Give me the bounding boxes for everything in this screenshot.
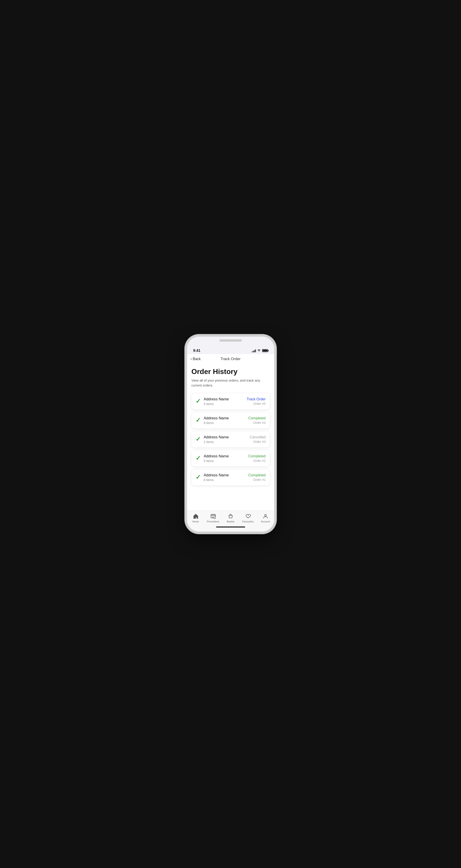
app-content: ‹ Back Track Order Order History View al… <box>187 354 274 510</box>
order-list: ✓ Address Name 5 items Track Order Order… <box>192 394 270 485</box>
main-content: Order History View all of your previous … <box>187 364 274 493</box>
favourites-icon <box>245 513 251 519</box>
order-address: Address Name <box>204 416 245 421</box>
order-status-block: Completed Order #2 <box>248 454 265 463</box>
checkmark-icon: ✓ <box>196 474 201 480</box>
tab-home[interactable]: Home <box>187 513 204 523</box>
status-bar: 9:41 <box>187 348 274 354</box>
svg-text:%: % <box>214 517 216 518</box>
page-title: Order History <box>192 368 270 376</box>
order-status-block: Cancelled Order #3 <box>250 435 265 443</box>
battery-icon <box>262 349 268 352</box>
order-card[interactable]: ✓ Address Name 5 items Completed Order #… <box>192 451 270 466</box>
order-status-block: Completed Order #1 <box>248 473 265 482</box>
battery-fill <box>263 350 267 351</box>
order-items-count: 5 items <box>204 459 245 463</box>
home-bar <box>187 525 274 532</box>
checkmark-icon: ✓ <box>196 398 201 404</box>
wifi-icon <box>257 349 261 353</box>
order-address: Address Name <box>204 454 245 459</box>
order-address: Address Name <box>204 473 245 477</box>
order-status-label: Cancelled <box>250 435 265 439</box>
order-info: Address Name 5 items <box>204 397 243 406</box>
nav-header: ‹ Back Track Order <box>187 354 274 364</box>
signal-icon <box>252 349 256 352</box>
order-info: Address Name 5 items <box>204 454 245 463</box>
order-number: Order #1 <box>248 478 265 482</box>
basket-icon <box>228 513 234 519</box>
tab-favourites[interactable]: Favourites <box>239 513 257 523</box>
order-items-count: 2 items <box>204 440 247 444</box>
tab-favourites-label: Favourites <box>242 520 254 523</box>
tab-account-label: Account <box>261 520 270 523</box>
order-items-count: 5 items <box>204 402 243 406</box>
order-status-block: Track Order Order #5 <box>247 397 266 405</box>
order-info: Address Name 8 items <box>204 416 245 425</box>
tab-promotions-label: Promotions <box>207 520 220 523</box>
nav-title: Track Order <box>220 357 240 361</box>
back-button[interactable]: ‹ Back <box>191 356 201 361</box>
order-number: Order #3 <box>250 440 265 443</box>
order-info: Address Name 2 items <box>204 435 247 444</box>
home-icon <box>193 513 199 519</box>
phone-notch <box>187 337 274 348</box>
tab-promotions[interactable]: % % Promotions <box>204 513 222 523</box>
back-chevron-icon: ‹ <box>191 356 192 361</box>
order-card[interactable]: ✓ Address Name 5 items Track Order Order… <box>192 394 270 409</box>
tab-bar: Home % % Promotions <box>187 510 274 525</box>
status-icons <box>252 349 268 353</box>
checkmark-icon: ✓ <box>196 436 201 442</box>
tab-account[interactable]: Account <box>257 513 274 523</box>
account-icon <box>262 513 269 519</box>
order-status-label: Completed <box>248 416 265 420</box>
tab-basket-label: Basket <box>227 520 234 523</box>
back-label: Back <box>193 357 201 361</box>
home-bar-pill <box>216 526 245 528</box>
tab-basket[interactable]: Basket <box>222 513 239 523</box>
svg-point-5 <box>265 514 266 516</box>
order-card[interactable]: ✓ Address Name 8 items Completed Order #… <box>192 412 270 428</box>
order-items-count: 8 items <box>204 478 245 482</box>
order-info: Address Name 8 items <box>204 473 245 482</box>
notch-pill <box>220 339 242 342</box>
order-card[interactable]: ✓ Address Name 8 items Completed Order #… <box>192 469 270 485</box>
order-status-block: Completed Order #4 <box>248 416 265 425</box>
order-status-label: Completed <box>248 473 265 477</box>
order-number: Order #4 <box>248 421 265 425</box>
order-address: Address Name <box>204 435 247 439</box>
order-items-count: 8 items <box>204 421 245 425</box>
checkmark-icon: ✓ <box>196 417 201 423</box>
phone-shell: 9:41 ‹ Back <box>187 337 274 532</box>
promotions-icon: % % <box>210 513 216 519</box>
order-address: Address Name <box>204 397 243 401</box>
order-status-label: Completed <box>248 454 265 458</box>
order-status-label: Track Order <box>247 397 266 401</box>
tab-home-label: Home <box>192 520 199 523</box>
svg-text:%: % <box>212 516 213 518</box>
status-time: 9:41 <box>193 349 200 353</box>
order-card[interactable]: ✓ Address Name 2 items Cancelled Order #… <box>192 431 270 447</box>
order-number: Order #5 <box>247 402 266 405</box>
order-number: Order #2 <box>248 459 265 463</box>
checkmark-icon: ✓ <box>196 455 201 461</box>
page-subtitle: View all of your previous orders, and tr… <box>192 378 270 388</box>
